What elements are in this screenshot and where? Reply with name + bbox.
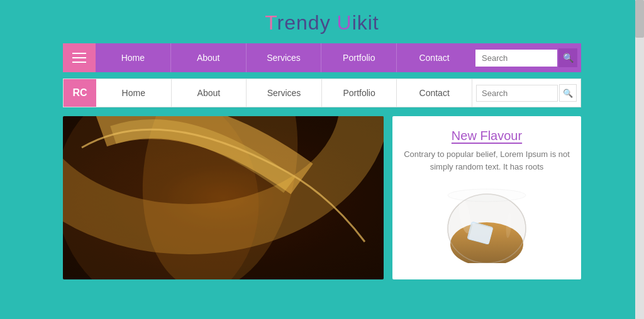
primary-search-input[interactable] — [475, 50, 557, 67]
secondary-nav-contact[interactable]: Contact — [397, 79, 472, 107]
title-t: T — [265, 11, 277, 34]
secondary-nav-services[interactable]: Services — [247, 79, 322, 107]
secondary-search-button[interactable]: 🔍 — [559, 84, 577, 102]
title-rendy: rendy — [277, 11, 337, 34]
card-description: Contrary to popular belief, Lorem Ipsum … — [402, 148, 571, 173]
secondary-search-input[interactable] — [476, 85, 558, 102]
content-area: New Flavour Contrary to popular belief, … — [63, 116, 581, 279]
card-glass-svg — [436, 181, 537, 263]
primary-nav-contact[interactable]: Contact — [397, 43, 472, 72]
hamburger-button[interactable] — [63, 43, 96, 72]
primary-search-area: 🔍 — [472, 43, 581, 72]
title-u: U — [337, 11, 352, 34]
hero-image — [63, 116, 384, 279]
secondary-nav-links: Home About Services Portfolio Contact — [96, 79, 472, 107]
card-image — [436, 181, 537, 263]
primary-nav-links: Home About Services Portfolio Contact — [96, 43, 472, 72]
card-title: New Flavour — [452, 129, 522, 143]
site-header: Trendy Uikit — [0, 0, 644, 43]
title-ikit: ikit — [352, 11, 379, 34]
svg-point-12 — [448, 189, 526, 202]
scrollbar-thumb[interactable] — [635, 0, 644, 38]
secondary-nav-about[interactable]: About — [172, 79, 247, 107]
primary-nav-portfolio[interactable]: Portfolio — [321, 43, 397, 72]
primary-nav-home[interactable]: Home — [96, 43, 171, 72]
secondary-search-area: 🔍 — [472, 79, 580, 107]
product-card: New Flavour Contrary to popular belief, … — [392, 116, 581, 279]
svg-rect-4 — [63, 116, 384, 279]
primary-nav-services[interactable]: Services — [247, 43, 322, 72]
rc-badge: RC — [64, 79, 96, 107]
hamburger-icon — [72, 53, 86, 63]
scrollbar[interactable] — [635, 0, 644, 319]
primary-search-button[interactable]: 🔍 — [558, 48, 577, 67]
secondary-nav: RC Home About Services Portfolio Contact… — [63, 78, 581, 107]
hero-svg — [63, 116, 384, 279]
secondary-nav-portfolio[interactable]: Portfolio — [322, 79, 397, 107]
primary-nav-about[interactable]: About — [171, 43, 247, 72]
secondary-nav-home[interactable]: Home — [96, 79, 172, 107]
primary-nav: Home About Services Portfolio Contact 🔍 — [63, 43, 581, 72]
